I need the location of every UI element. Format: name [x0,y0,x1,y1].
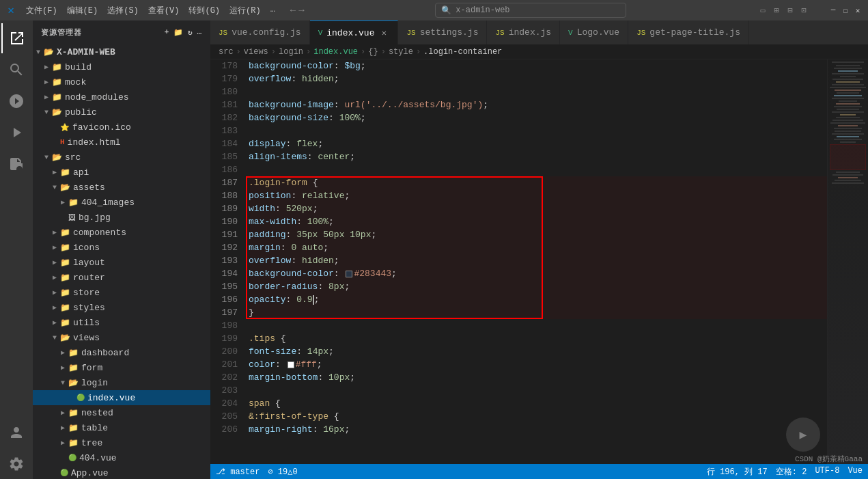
status-errors[interactable]: ⊘ 19△0 [268,467,297,477]
menu-select[interactable]: 选择(S) [103,3,143,18]
status-git-branch[interactable]: ⎇ master [216,467,260,477]
file-icon-app-vue: 🟢 [60,469,68,477]
sidebar-item-404_images[interactable]: ▶📁404_images [33,195,210,210]
file-icon-index-vue-login: 🟢 [76,394,85,402]
sidebar-item-store[interactable]: ▶📁store [33,285,210,300]
file-icon-tree: 📁 [68,438,79,448]
layout-icon1[interactable]: ▭ [757,5,768,16]
sidebar-item-app-vue[interactable]: 🟢App.vue [33,465,210,479]
sidebar-item-favicon[interactable]: ⭐favicon.ico [33,120,210,135]
nav-forward[interactable]: → [298,5,304,16]
sidebar-item-tree[interactable]: ▶📁tree [33,435,210,450]
activity-extensions[interactable] [1,149,31,179]
sidebar-item-dashboard[interactable]: ▶📁dashboard [33,345,210,360]
menu-run[interactable]: 运行(R) [225,3,265,18]
tab-close-index-vue[interactable]: ✕ [378,27,389,38]
sidebar-item-index-vue-login[interactable]: 🟢index.vue [33,390,210,405]
main-layout: 资源管理器 + 📁 ↻ … ▼📂X-ADMIN-WEB▶📁build▶📁mock… [0,20,868,479]
sidebar-item-assets[interactable]: ▼📂assets [33,180,210,195]
breadcrumb-views[interactable]: views [244,47,268,57]
menu-view[interactable]: 查看(V) [144,3,184,18]
sidebar-item-router[interactable]: ▶📁router [33,270,210,285]
sidebar-item-views[interactable]: ▼📂views [33,330,210,345]
sidebar-item-nested[interactable]: ▶📁nested [33,405,210,420]
breadcrumb-logincontainer[interactable]: .login-container [423,47,502,57]
breadcrumb-style2[interactable]: style [389,47,413,57]
new-folder-icon[interactable]: 📁 [173,28,184,37]
layout-icon4[interactable]: ⊡ [798,5,809,16]
sidebar-item-icons[interactable]: ▶📁icons [33,240,210,255]
activity-search[interactable] [1,55,31,85]
search-text: x-admin-web [456,5,509,15]
sidebar-item-login[interactable]: ▼📂login [33,375,210,390]
status-encoding[interactable]: UTF-8 [815,466,839,478]
sidebar-item-components[interactable]: ▶📁components [33,225,210,240]
file-icon-layout: 📁 [60,258,70,268]
new-file-icon[interactable]: + [165,28,169,37]
tab-logo-vue[interactable]: V Logo.vue [560,20,628,44]
global-search[interactable]: 🔍 x-admin-web [435,3,626,18]
sidebar-item-bg[interactable]: 🖼bg.jpg [33,210,210,225]
breadcrumb-sep6: › [416,47,421,57]
menu-edit[interactable]: 编辑(E) [63,3,102,18]
folder-arrow-nested: ▶ [57,409,68,417]
menu-more[interactable]: … [266,3,279,18]
tab-settings-js[interactable]: JS settings.js [398,20,487,44]
sidebar-item-utils[interactable]: ▶📁utils [33,315,210,330]
tab-vue-config[interactable]: JS vue.config.js [210,20,310,44]
sidebar-item-node_modules[interactable]: ▶📁node_modules [33,90,210,105]
sidebar-item-table[interactable]: ▶📁table [33,420,210,435]
layout-icon3[interactable]: ⊟ [785,5,796,16]
nav-back[interactable]: ← [290,5,296,16]
sidebar-item-public[interactable]: ▼📂public [33,105,210,120]
maximize-button[interactable]: ☐ [841,5,850,15]
watermark: ▶ [786,418,820,452]
line-numbers: 1781791801811821831841851861871881891901… [210,59,243,464]
tab-index-js[interactable]: JS index.js [487,20,560,44]
minimize-button[interactable]: ─ [828,5,838,15]
status-line-col[interactable]: 行 196, 列 17 [707,466,768,478]
activity-debug[interactable] [1,118,31,148]
folder-arrow-views: ▼ [49,334,60,342]
sidebar-item-index-html[interactable]: Hindex.html [33,135,210,150]
tab-label-logo-vue: Logo.vue [577,27,619,38]
status-spaces[interactable]: 空格: 2 [776,466,807,478]
file-icon-mock: 📁 [52,77,62,87]
sidebar-item-form[interactable]: ▶📁form [33,360,210,375]
sidebar-item-layout[interactable]: ▶📁layout [33,255,210,270]
folder-arrow-utils: ▶ [49,318,60,327]
sidebar-item-build[interactable]: ▶📁build [33,59,210,74]
file-icon-build: 📁 [52,62,62,72]
sidebar-item-api[interactable]: ▶📁api [33,165,210,180]
tab-get-page-title[interactable]: JS get-page-title.js [628,20,749,44]
minimap [827,59,868,464]
tab-icon-get-page-title: JS [636,29,645,37]
tree-label-dashboard: dashboard [81,348,129,358]
activity-account[interactable] [1,418,31,448]
activity-settings[interactable] [1,449,31,479]
file-icon-styles: 📁 [60,303,70,313]
menu-bar: 文件(F) 编辑(E) 选择(S) 查看(V) 转到(G) 运行(R) … [22,3,279,18]
breadcrumb-login[interactable]: login [279,47,303,57]
layout-icon2[interactable]: ⊞ [771,5,782,16]
breadcrumb-src[interactable]: src [219,47,234,57]
sidebar-item-styles[interactable]: ▶📁styles [33,300,210,315]
tab-index-vue[interactable]: V index.vue ✕ [310,20,399,44]
breadcrumb-indexvue[interactable]: index.vue [313,47,358,57]
tree-label-public: public [65,107,97,118]
sidebar-item-mock[interactable]: ▶📁mock [33,74,210,90]
sidebar-item-src[interactable]: ▼📂src [33,150,210,165]
sidebar-item-x-admin-web[interactable]: ▼📂X-ADMIN-WEB [33,44,210,59]
menu-file[interactable]: 文件(F) [22,3,61,18]
refresh-icon[interactable]: ↻ [188,28,193,37]
collapse-icon[interactable]: … [197,28,202,37]
close-button[interactable]: ✕ [853,5,863,15]
breadcrumb-style[interactable]: {} [368,47,378,57]
activity-git[interactable] [1,86,31,116]
status-lang[interactable]: Vue [848,466,863,478]
menu-goto[interactable]: 转到(G) [184,3,224,18]
file-icon-nested: 📁 [68,408,79,418]
sidebar-item-404-vue[interactable]: 🟢404.vue [33,450,210,465]
code-content[interactable]: background-color: $bg; overflow: hidden;… [243,59,827,464]
activity-explorer[interactable] [1,23,31,53]
